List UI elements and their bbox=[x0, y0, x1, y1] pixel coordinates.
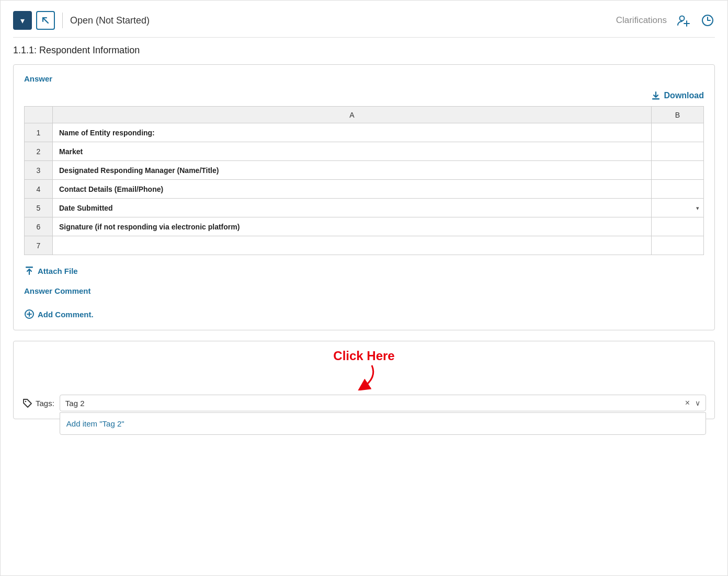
svg-point-0 bbox=[680, 16, 685, 21]
table-row: 4Contact Details (Email/Phone) bbox=[25, 180, 704, 199]
row-col-a-2: Market bbox=[53, 142, 652, 161]
top-bar-right: Clarifications bbox=[616, 13, 715, 28]
tags-input-wrapper[interactable]: Tag 2 × ∨ bbox=[60, 395, 706, 411]
tags-row: Tags: Tag 2 × ∨ Add item "Tag 2" bbox=[22, 395, 706, 411]
tags-icon-label: Tags: bbox=[22, 398, 54, 408]
row-col-a-7 bbox=[53, 236, 652, 255]
attach-icon bbox=[24, 266, 35, 276]
row-col-a-3: Designated Responding Manager (Name/Titl… bbox=[53, 161, 652, 180]
row-col-a-1: Name of Entity responding: bbox=[53, 123, 652, 142]
row-col-a-5: Date Submitted bbox=[53, 199, 652, 217]
col-a-header: A bbox=[53, 107, 652, 123]
vertical-divider bbox=[62, 13, 63, 28]
download-row: Download bbox=[24, 90, 704, 101]
row-number-1: 1 bbox=[25, 123, 53, 142]
click-here-annotation: Click Here bbox=[22, 349, 706, 390]
tag-icon bbox=[22, 398, 32, 408]
row-number-3: 3 bbox=[25, 161, 53, 180]
tags-label: Tags: bbox=[36, 399, 54, 408]
add-user-button[interactable] bbox=[676, 13, 691, 28]
table-row: 3Designated Responding Manager (Name/Tit… bbox=[25, 161, 704, 180]
row-col-b-3 bbox=[652, 161, 704, 180]
top-bar: ▾ Open (Not Started) Clarifications bbox=[13, 11, 715, 38]
row-col-b-4 bbox=[652, 180, 704, 199]
svg-rect-5 bbox=[26, 267, 33, 268]
dropdown-indicator-icon: ▾ bbox=[696, 204, 699, 211]
row-col-b-2 bbox=[652, 142, 704, 161]
answer-label: Answer bbox=[24, 74, 704, 83]
tags-input-right: × ∨ bbox=[685, 398, 700, 408]
tags-chevron-button[interactable]: ∨ bbox=[695, 399, 700, 407]
row-number-5: 5 bbox=[25, 199, 53, 217]
tags-section: Click Here Tags: bbox=[13, 341, 715, 419]
download-icon bbox=[651, 90, 661, 101]
add-comment-button[interactable]: Add Comment. bbox=[24, 309, 94, 319]
svg-rect-4 bbox=[652, 98, 659, 100]
download-button[interactable]: Download bbox=[651, 90, 704, 101]
dropdown-icon: ▾ bbox=[20, 16, 25, 26]
download-label: Download bbox=[664, 91, 704, 100]
row-number-6: 6 bbox=[25, 217, 53, 236]
row-col-b-6 bbox=[652, 217, 704, 236]
table-row: 1Name of Entity responding: bbox=[25, 123, 704, 142]
arrow-icon bbox=[41, 16, 50, 25]
row-col-a-6: Signature (if not responding via electro… bbox=[53, 217, 652, 236]
spreadsheet-table: A B 1Name of Entity responding:2Market3D… bbox=[24, 106, 704, 255]
row-col-a-4: Contact Details (Email/Phone) bbox=[53, 180, 652, 199]
tags-dropdown-item[interactable]: Add item "Tag 2" bbox=[66, 417, 699, 430]
answer-comment-label: Answer Comment bbox=[24, 286, 704, 295]
add-comment-icon bbox=[24, 309, 35, 319]
row-number-4: 4 bbox=[25, 180, 53, 199]
tags-outer: Tag 2 × ∨ Add item "Tag 2" bbox=[60, 395, 706, 411]
red-arrow bbox=[343, 363, 385, 390]
attach-file-label: Attach File bbox=[38, 267, 78, 275]
history-icon bbox=[700, 13, 715, 28]
row-number-2: 2 bbox=[25, 142, 53, 161]
section-title: 1.1.1: Respondent Information bbox=[13, 45, 715, 56]
col-b-header: B bbox=[652, 107, 704, 123]
clarifications-label: Clarifications bbox=[616, 15, 667, 26]
col-num-header bbox=[25, 107, 53, 123]
tags-input-value: Tag 2 bbox=[65, 399, 85, 408]
back-arrow-button[interactable] bbox=[36, 11, 55, 30]
add-comment-label: Add Comment. bbox=[38, 310, 94, 319]
row-number-7: 7 bbox=[25, 236, 53, 255]
status-label: Open (Not Started) bbox=[70, 15, 150, 26]
table-row: 7 bbox=[25, 236, 704, 255]
table-row: 5Date Submitted▾ bbox=[25, 199, 704, 217]
row-col-b-7 bbox=[652, 236, 704, 255]
svg-point-10 bbox=[25, 401, 26, 402]
click-here-text: Click Here bbox=[333, 349, 394, 363]
dropdown-button[interactable]: ▾ bbox=[13, 11, 32, 30]
table-row: 2Market bbox=[25, 142, 704, 161]
attach-file-button[interactable]: Attach File bbox=[24, 266, 78, 276]
row-col-b-5[interactable]: ▾ bbox=[652, 199, 704, 217]
history-button[interactable] bbox=[700, 13, 715, 28]
attach-file-row: Attach File bbox=[24, 266, 704, 276]
row-col-b-1 bbox=[652, 123, 704, 142]
top-bar-left: ▾ Open (Not Started) bbox=[13, 11, 150, 30]
table-row: 6Signature (if not responding via electr… bbox=[25, 217, 704, 236]
tags-dropdown: Add item "Tag 2" bbox=[60, 412, 706, 435]
answer-card: Answer Download A B 1Name of Entity bbox=[13, 64, 715, 330]
tags-clear-button[interactable]: × bbox=[685, 398, 690, 408]
add-user-icon bbox=[676, 13, 691, 28]
